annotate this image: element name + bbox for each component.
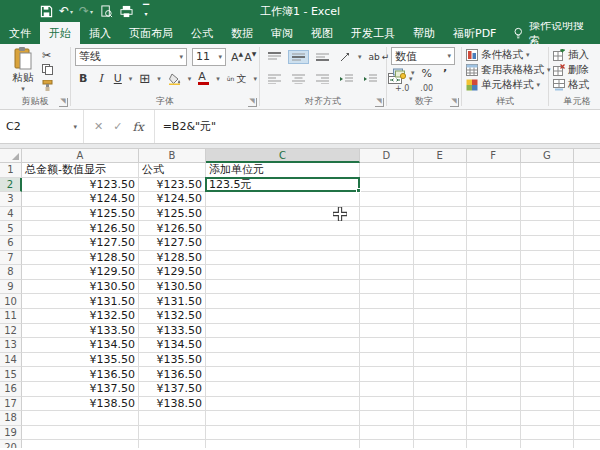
cell-F11[interactable] — [467, 309, 521, 324]
cell-D7[interactable] — [360, 251, 414, 266]
align-center-button[interactable] — [288, 72, 309, 86]
cancel-icon[interactable]: ✕ — [94, 120, 103, 133]
cell-H17[interactable] — [574, 397, 600, 412]
cells-insert-button[interactable]: 插入 — [553, 47, 600, 62]
cell-A17[interactable]: ¥138.50 — [22, 397, 139, 412]
font-color-arrow[interactable]: ▾ — [216, 75, 220, 83]
row-header-3[interactable]: 3 — [0, 192, 22, 207]
redo-icon[interactable]: ↷▾ — [78, 2, 94, 20]
bottom-align-button[interactable] — [312, 50, 333, 64]
cell-B20[interactable] — [139, 440, 206, 448]
cell-D15[interactable] — [360, 367, 414, 382]
cell-E15[interactable] — [414, 367, 468, 382]
cell-C1[interactable]: 添加单位元 — [206, 163, 360, 178]
cell-B6[interactable]: ¥127.50 — [139, 236, 206, 251]
cell-D6[interactable] — [360, 236, 414, 251]
print-icon[interactable] — [118, 2, 134, 20]
middle-align-button[interactable] — [288, 50, 309, 64]
align-left-button[interactable] — [264, 72, 285, 86]
save-icon[interactable] — [38, 2, 54, 20]
cell-E19[interactable] — [414, 426, 468, 441]
formula-input[interactable]: =B2&"元" — [155, 110, 600, 143]
cell-B16[interactable]: ¥137.50 — [139, 382, 206, 397]
cell-H1[interactable] — [574, 163, 600, 178]
column-header-F[interactable]: F — [467, 149, 521, 163]
tab-page-layout[interactable]: 页面布局 — [120, 22, 182, 44]
cell-B5[interactable]: ¥126.50 — [139, 221, 206, 236]
cell-E20[interactable] — [414, 440, 468, 448]
print-preview-icon[interactable] — [98, 2, 114, 20]
number-dialog-launcher[interactable]: ◥ — [450, 98, 459, 107]
cells-delete-button[interactable]: 删除 — [553, 62, 600, 77]
tell-me-search[interactable]: 操作说明搜索 — [505, 22, 600, 44]
cell-A14[interactable]: ¥135.50 — [22, 353, 139, 368]
underline-arrow[interactable]: ▾ — [129, 75, 133, 83]
cell-B7[interactable]: ¥128.50 — [139, 251, 206, 266]
cell-C14[interactable] — [206, 353, 360, 368]
increase-indent-button[interactable] — [360, 72, 381, 86]
cell-D4[interactable] — [360, 207, 414, 222]
cell-G16[interactable] — [521, 382, 575, 397]
phonetic-guide-button[interactable]: ǔn文 — [223, 70, 251, 88]
top-align-button[interactable] — [264, 50, 285, 64]
cell-A10[interactable]: ¥131.50 — [22, 294, 139, 309]
cell-H4[interactable] — [574, 207, 600, 222]
font-size-combo[interactable]: 11 ▾ — [192, 48, 226, 66]
cell-F15[interactable] — [467, 367, 521, 382]
cell-B13[interactable]: ¥134.50 — [139, 338, 206, 353]
phonetic-arrow[interactable]: ▾ — [253, 75, 257, 83]
cell-H13[interactable] — [574, 338, 600, 353]
cell-G19[interactable] — [521, 426, 575, 441]
font-dialog-launcher[interactable]: ◥ — [248, 98, 257, 107]
row-header-13[interactable]: 13 — [0, 338, 22, 353]
cell-A11[interactable]: ¥132.50 — [22, 309, 139, 324]
clipboard-dialog-launcher[interactable]: ◥ — [59, 98, 68, 107]
cell-D5[interactable] — [360, 221, 414, 236]
increase-decimal-button[interactable]: +.0 — [391, 82, 413, 95]
comma-style-button[interactable]: ’ — [439, 65, 451, 82]
column-header-D[interactable]: D — [360, 149, 414, 163]
cell-A16[interactable]: ¥137.50 — [22, 382, 139, 397]
cell-A13[interactable]: ¥134.50 — [22, 338, 139, 353]
cell-G4[interactable] — [521, 207, 575, 222]
cell-G2[interactable] — [521, 178, 575, 193]
cell-B9[interactable]: ¥130.50 — [139, 280, 206, 295]
cell-H18[interactable] — [574, 411, 600, 426]
borders-button[interactable]: ⊞ — [135, 69, 154, 88]
cell-F13[interactable] — [467, 338, 521, 353]
cell-A12[interactable]: ¥133.50 — [22, 324, 139, 339]
cell-D2[interactable] — [360, 178, 414, 193]
row-header-15[interactable]: 15 — [0, 367, 22, 382]
row-header-2[interactable]: 2 — [0, 178, 22, 193]
percent-style-button[interactable]: % — [418, 65, 436, 82]
cell-C11[interactable] — [206, 309, 360, 324]
cell-D13[interactable] — [360, 338, 414, 353]
customize-quick-access-icon[interactable]: ▔▾ — [138, 2, 154, 20]
cell-D3[interactable] — [360, 192, 414, 207]
cell-D8[interactable] — [360, 265, 414, 280]
cell-E12[interactable] — [414, 324, 468, 339]
cell-F10[interactable] — [467, 294, 521, 309]
cell-B15[interactable]: ¥136.50 — [139, 367, 206, 382]
orientation-arrow[interactable]: ▾ — [358, 53, 362, 61]
cell-E17[interactable] — [414, 397, 468, 412]
cell-styles-button[interactable]: 单元格样式▾ — [466, 77, 546, 92]
row-header-8[interactable]: 8 — [0, 265, 22, 280]
font-name-combo[interactable]: 等线 ▾ — [75, 48, 187, 66]
cell-F6[interactable] — [467, 236, 521, 251]
cell-H2[interactable] — [574, 178, 600, 193]
cell-A15[interactable]: ¥136.50 — [22, 367, 139, 382]
cell-C12[interactable] — [206, 324, 360, 339]
cell-D19[interactable] — [360, 426, 414, 441]
cell-B8[interactable]: ¥129.50 — [139, 265, 206, 280]
cell-H15[interactable] — [574, 367, 600, 382]
cell-G15[interactable] — [521, 367, 575, 382]
row-header-11[interactable]: 11 — [0, 309, 22, 324]
tab-help[interactable]: 帮助 — [404, 22, 444, 44]
cut-button[interactable]: ✂ — [42, 49, 53, 62]
row-header-16[interactable]: 16 — [0, 382, 22, 397]
cell-C7[interactable] — [206, 251, 360, 266]
cell-D16[interactable] — [360, 382, 414, 397]
column-header-E[interactable]: E — [414, 149, 468, 163]
cell-A8[interactable]: ¥129.50 — [22, 265, 139, 280]
